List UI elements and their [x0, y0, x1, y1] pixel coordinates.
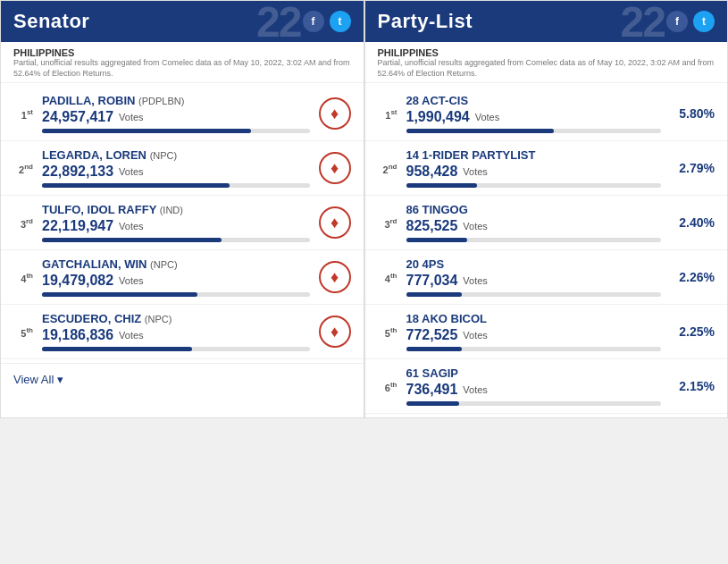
senator-rank-1: 1st — [13, 108, 33, 121]
partylist-twitter-icon[interactable]: t — [693, 11, 715, 32]
senator-year-watermark: 22 — [256, 1, 300, 42]
partylist-votes-label-6: Votes — [463, 384, 488, 395]
partylist-vote-count-1: 1,990,494 — [406, 109, 470, 125]
partylist-vote-count-2: 958,428 — [406, 164, 458, 180]
partylist-progress-bar-6 — [406, 401, 460, 406]
senator-vote-count-1: 24,957,417 — [42, 109, 113, 125]
senator-votes-label-3: Votes — [119, 221, 144, 231]
senator-votes-label-1: Votes — [119, 112, 144, 122]
senator-candidate-party-5: (NPC) — [145, 314, 172, 324]
senator-vote-count-3: 22,119,947 — [42, 218, 113, 234]
partylist-facebook-icon[interactable]: f — [666, 11, 688, 32]
partylist-votes-row-5: 772,525 Votes — [406, 327, 662, 343]
senator-progress-bar-3 — [42, 238, 222, 242]
partylist-rank-5: 5th — [378, 326, 397, 339]
senator-candidate-name-3: TULFO, IDOL RAFFY (IND) — [42, 203, 310, 216]
partylist-candidate-info-3: 86 TINGOG 825,525 Votes — [406, 203, 662, 242]
senator-facebook-icon[interactable]: f — [303, 11, 324, 32]
senator-votes-row-1: 24,957,417 Votes — [42, 109, 310, 125]
partylist-header: Party-List 22 f t — [365, 1, 728, 42]
partylist-percentage-5: 2.25% — [670, 324, 715, 339]
senator-avatar-5: ♦ — [319, 316, 351, 348]
senator-candidate-name-5: ESCUDERO, CHIZ (NPC) — [42, 312, 310, 325]
partylist-votes-row-3: 825,525 Votes — [406, 218, 662, 234]
senator-progress-bar-4 — [42, 292, 197, 297]
partylist-percentage-2: 2.79% — [670, 161, 715, 175]
senator-avatar-1: ♦ — [319, 97, 351, 130]
partylist-candidate-info-1: 28 ACT-CIS 1,990,494 Votes — [406, 94, 662, 133]
partylist-vote-count-3: 825,525 — [406, 218, 458, 234]
senator-candidate-party-4: (NPC) — [150, 259, 178, 270]
partylist-candidate-name-1: 28 ACT-CIS — [406, 94, 662, 107]
senator-progress-bar-2 — [42, 183, 230, 188]
senator-view-all-row: View All ▾ — [1, 363, 364, 395]
senator-avatar-3: ♦ — [319, 206, 351, 239]
senator-progress-bar-5 — [42, 347, 192, 351]
senator-rank-2: 2nd — [13, 163, 33, 175]
partylist-progress-bar-2 — [406, 183, 478, 188]
senator-candidate-name-2: LEGARDA, LOREN (NPC) — [42, 148, 310, 162]
partylist-social-icons: f t — [666, 11, 715, 32]
partylist-progress-container-2 — [406, 183, 662, 188]
senator-candidate-item: 1st PADILLA, ROBIN (PDPLBN) 24,957,417 V… — [1, 87, 364, 141]
senator-title: Senator — [13, 10, 89, 33]
senator-twitter-icon[interactable]: t — [330, 11, 351, 32]
partylist-candidate-item: 3rd 86 TINGOG 825,525 Votes 2.40% — [365, 196, 728, 250]
senator-progress-container-4 — [42, 292, 310, 297]
senator-partial-note: Partial, unofficial results aggregated f… — [13, 58, 351, 79]
partylist-rank-6: 6th — [378, 381, 397, 393]
partylist-votes-label-2: Votes — [463, 166, 488, 177]
senator-candidate-info-1: PADILLA, ROBIN (PDPLBN) 24,957,417 Votes — [42, 94, 310, 133]
partylist-candidate-item: 5th 18 AKO BICOL 772,525 Votes 2.25% — [365, 305, 728, 359]
partylist-candidate-info-4: 20 4PS 777,034 Votes — [406, 257, 662, 297]
senator-candidates-list: 1st PADILLA, ROBIN (PDPLBN) 24,957,417 V… — [1, 83, 364, 363]
partylist-candidate-name-2: 14 1-RIDER PARTYLIST — [406, 148, 662, 162]
senator-rank-5: 5th — [13, 326, 33, 339]
senator-progress-container-3 — [42, 238, 310, 242]
senator-candidate-name-1: PADILLA, ROBIN (PDPLBN) — [42, 94, 310, 107]
partylist-votes-label-5: Votes — [463, 330, 488, 341]
partylist-country: PHILIPPINES — [378, 47, 715, 58]
senator-candidate-item: 3rd TULFO, IDOL RAFFY (IND) 22,119,947 V… — [1, 196, 364, 250]
senator-rank-3: 3rd — [13, 217, 33, 230]
partylist-votes-label-4: Votes — [463, 275, 488, 286]
partylist-partial-note: Partial, unofficial results aggregated f… — [378, 58, 715, 79]
senator-progress-container-2 — [42, 183, 310, 188]
senator-vote-count-2: 22,892,133 — [42, 164, 113, 180]
senator-votes-label-4: Votes — [119, 275, 144, 286]
partylist-vote-count-4: 777,034 — [406, 273, 458, 289]
senator-panel: Senator 22 f t PHILIPPINES Partial, unof… — [0, 0, 364, 418]
main-container: Senator 22 f t PHILIPPINES Partial, unof… — [0, 0, 728, 418]
partylist-candidate-name-4: 20 4PS — [406, 257, 662, 271]
senator-votes-label-5: Votes — [119, 330, 144, 341]
senator-candidate-info-4: GATCHALIAN, WIN (NPC) 19,479,082 Votes — [42, 257, 310, 297]
senator-country: PHILIPPINES — [13, 47, 351, 58]
partylist-candidate-info-5: 18 AKO BICOL 772,525 Votes — [406, 312, 662, 351]
senator-subheader: PHILIPPINES Partial, unofficial results … — [1, 42, 364, 83]
partylist-progress-bar-5 — [406, 347, 463, 351]
partylist-candidates-list: 1st 28 ACT-CIS 1,990,494 Votes 5.80% 2nd… — [365, 83, 728, 417]
partylist-votes-label-1: Votes — [475, 112, 500, 122]
partylist-progress-bar-1 — [406, 129, 555, 133]
partylist-rank-2: 2nd — [378, 163, 397, 175]
partylist-title: Party-List — [378, 10, 473, 33]
partylist-progress-container-3 — [406, 238, 662, 242]
senator-candidate-party-2: (NPC) — [150, 150, 178, 161]
senator-vote-count-5: 19,186,836 — [42, 327, 113, 343]
partylist-candidate-name-5: 18 AKO BICOL — [406, 312, 662, 325]
partylist-percentage-6: 2.15% — [670, 379, 715, 393]
senator-candidate-info-5: ESCUDERO, CHIZ (NPC) 19,186,836 Votes — [42, 312, 310, 351]
partylist-candidate-name-6: 61 SAGIP — [406, 366, 662, 380]
partylist-votes-row-6: 736,491 Votes — [406, 382, 662, 398]
senator-social-icons: f t — [303, 11, 351, 32]
senator-candidate-item: 2nd LEGARDA, LOREN (NPC) 22,892,133 Vote… — [1, 141, 364, 196]
senator-candidate-name-4: GATCHALIAN, WIN (NPC) — [42, 257, 310, 271]
partylist-panel: Party-List 22 f t PHILIPPINES Partial, u… — [364, 0, 729, 418]
partylist-progress-container-1 — [406, 129, 662, 133]
partylist-vote-count-6: 736,491 — [406, 382, 458, 398]
partylist-percentage-4: 2.26% — [670, 270, 715, 284]
senator-votes-row-2: 22,892,133 Votes — [42, 164, 310, 180]
senator-view-all-link[interactable]: View All ▾ — [13, 373, 351, 386]
senator-avatar-2: ♦ — [319, 152, 351, 184]
partylist-percentage-1: 5.80% — [670, 106, 715, 121]
